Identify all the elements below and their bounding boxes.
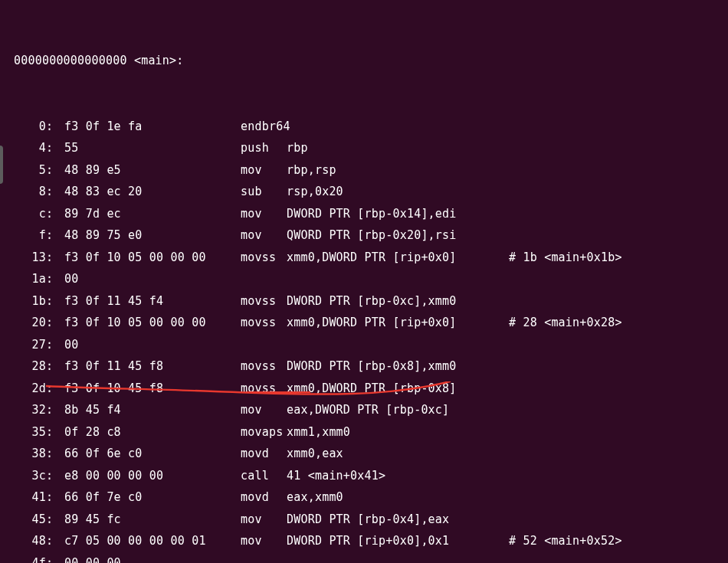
mnemonic: mov — [241, 203, 287, 225]
offset-colon: : — [46, 465, 54, 487]
terminal-output: 0000000000000000 <main>: 0:f3 0f 1e faen… — [0, 0, 728, 563]
opcode-bytes: 00 00 00 — [54, 552, 241, 564]
opcode-bytes: 48 89 75 e0 — [54, 224, 241, 247]
offset-colon: : — [46, 530, 54, 552]
operands: rbp — [287, 137, 509, 159]
operands: xmm0,eax — [287, 443, 509, 465]
offset: 1a — [14, 268, 46, 290]
offset: 45 — [14, 509, 46, 531]
offset-colon: : — [46, 334, 54, 356]
offset-colon: : — [46, 509, 54, 531]
mnemonic: endbr64 — [241, 116, 287, 138]
offset: 35 — [14, 421, 46, 444]
disasm-row: 2d:f3 0f 10 45 f8movssxmm0,DWORD PTR [rb… — [14, 378, 720, 400]
red-annotation-strike — [247, 391, 310, 393]
disasm-row: 38:66 0f 6e c0movdxmm0,eax — [14, 443, 720, 465]
mnemonic: sub — [241, 181, 287, 203]
operands: xmm0,DWORD PTR [rbp-0x8] — [287, 378, 509, 400]
opcode-bytes: 00 — [54, 268, 241, 290]
operands: DWORD PTR [rip+0x0],0x1 — [287, 530, 509, 552]
disasm-row: 4:55pushrbp — [14, 137, 720, 159]
opcode-bytes: 66 0f 6e c0 — [54, 443, 241, 465]
disasm-row: 5:48 89 e5movrbp,rsp — [14, 159, 720, 182]
offset-colon: : — [46, 552, 54, 564]
disasm-rows: 0:f3 0f 1e faendbr644:55pushrbp5:48 89 e… — [14, 116, 720, 564]
opcode-bytes: 89 7d ec — [54, 203, 241, 225]
operands: DWORD PTR [rbp-0x8],xmm0 — [287, 355, 509, 378]
offset: 1b — [14, 290, 46, 313]
opcode-bytes: f3 0f 10 45 f8 — [54, 378, 241, 400]
operands: 41 <main+0x41> — [287, 465, 509, 487]
disasm-row: 41:66 0f 7e c0movdeax,xmm0 — [14, 486, 720, 509]
offset: 4f — [14, 552, 46, 564]
disasm-row: c:89 7d ecmovDWORD PTR [rbp-0x14],edi — [14, 203, 720, 225]
mnemonic: movd — [241, 486, 287, 509]
offset-colon: : — [46, 443, 54, 465]
operands: DWORD PTR [rbp-0x14],edi — [287, 203, 509, 225]
offset: 32 — [14, 399, 46, 421]
offset: 5 — [14, 159, 46, 182]
offset-colon: : — [46, 312, 54, 334]
offset: 41 — [14, 486, 46, 509]
disasm-row: 8:48 83 ec 20subrsp,0x20 — [14, 181, 720, 203]
mnemonic: movss — [241, 378, 287, 400]
offset-colon: : — [46, 116, 54, 138]
opcode-bytes: 89 45 fc — [54, 509, 241, 531]
offset: 8 — [14, 181, 46, 203]
opcode-bytes: 66 0f 7e c0 — [54, 486, 241, 509]
left-gutter-tab — [0, 146, 3, 184]
opcode-bytes: 00 — [54, 334, 241, 356]
offset: 38 — [14, 443, 46, 465]
offset-colon: : — [46, 268, 54, 290]
offset: 48 — [14, 530, 46, 552]
operands: xmm1,xmm0 — [287, 421, 509, 444]
offset: 2d — [14, 378, 46, 400]
disasm-header: 0000000000000000 <main>: — [14, 50, 720, 72]
opcode-bytes: 0f 28 c8 — [54, 421, 241, 444]
disasm-row: 45:89 45 fcmovDWORD PTR [rbp-0x4],eax — [14, 509, 720, 531]
mnemonic: mov — [241, 159, 287, 182]
offset: 27 — [14, 334, 46, 356]
opcode-bytes: e8 00 00 00 00 — [54, 465, 241, 487]
opcode-bytes: f3 0f 10 05 00 00 00 — [54, 312, 241, 334]
comment: # 52 <main+0x52> — [509, 530, 622, 552]
disasm-row: 48:c7 05 00 00 00 00 01movDWORD PTR [rip… — [14, 530, 720, 552]
opcode-bytes: f3 0f 11 45 f8 — [54, 355, 241, 378]
offset-colon: : — [46, 486, 54, 509]
mnemonic: movd — [241, 443, 287, 465]
mnemonic: movss — [241, 312, 287, 334]
opcode-bytes: 55 — [54, 137, 241, 159]
disasm-row: 27:00 — [14, 334, 720, 356]
offset: 28 — [14, 355, 46, 378]
operands: eax,xmm0 — [287, 486, 509, 509]
offset: 13 — [14, 247, 46, 269]
disasm-row: 20:f3 0f 10 05 00 00 00movssxmm0,DWORD P… — [14, 312, 720, 334]
mnemonic: call — [241, 465, 287, 487]
operands: rbp,rsp — [287, 159, 509, 182]
operands: QWORD PTR [rbp-0x20],rsi — [287, 224, 509, 247]
offset: f — [14, 224, 46, 247]
offset-colon: : — [46, 203, 54, 225]
offset: 0 — [14, 116, 46, 138]
disasm-row: 35:0f 28 c8movapsxmm1,xmm0 — [14, 421, 720, 444]
opcode-bytes: c7 05 00 00 00 00 01 — [54, 530, 241, 552]
mnemonic: mov — [241, 530, 287, 552]
offset-colon: : — [46, 247, 54, 269]
opcode-bytes: f3 0f 1e fa — [54, 116, 241, 138]
disasm-row: 1b:f3 0f 11 45 f4movssDWORD PTR [rbp-0xc… — [14, 290, 720, 313]
mnemonic: movss — [241, 290, 287, 313]
offset: 20 — [14, 312, 46, 334]
mnemonic: mov — [241, 509, 287, 531]
opcode-bytes: f3 0f 11 45 f4 — [54, 290, 241, 313]
opcode-bytes: 8b 45 f4 — [54, 399, 241, 421]
comment: # 28 <main+0x28> — [509, 312, 622, 334]
offset-colon: : — [46, 137, 54, 159]
offset-colon: : — [46, 181, 54, 203]
operands: xmm0,DWORD PTR [rip+0x0] — [287, 312, 509, 334]
mnemonic: movss — [241, 247, 287, 269]
disasm-row: 1a:00 — [14, 268, 720, 290]
disasm-row: 0:f3 0f 1e faendbr64 — [14, 116, 720, 138]
disasm-row: 4f:00 00 00 — [14, 552, 720, 564]
offset-colon: : — [46, 378, 54, 400]
mnemonic: mov — [241, 224, 287, 247]
